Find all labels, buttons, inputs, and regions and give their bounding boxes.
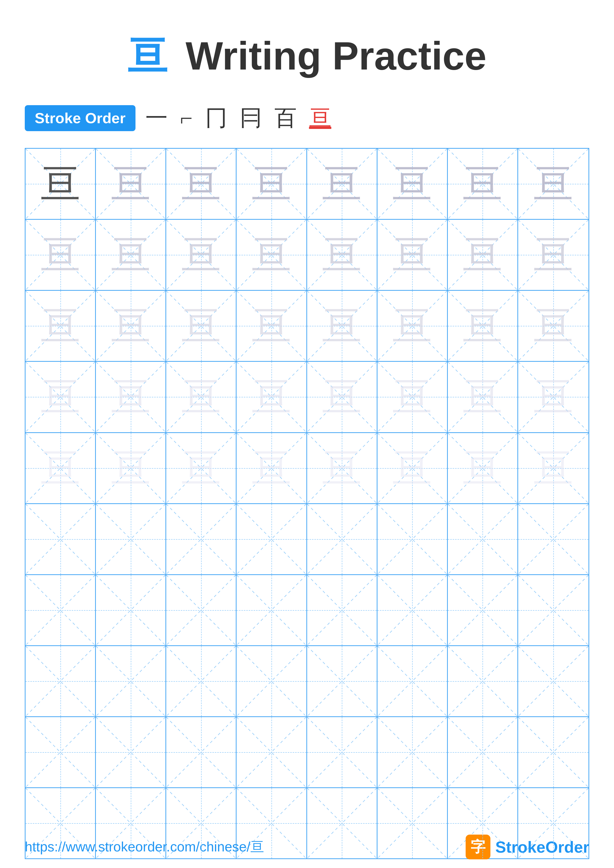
- grid-cell[interactable]: 亘: [307, 362, 378, 432]
- grid-cell[interactable]: [307, 504, 378, 574]
- grid-cell[interactable]: [96, 575, 166, 645]
- grid-cell[interactable]: 亘: [518, 220, 589, 290]
- grid-cell[interactable]: [166, 575, 236, 645]
- grid-cell[interactable]: 亘: [448, 362, 518, 432]
- svg-line-120: [307, 646, 377, 716]
- grid-cell[interactable]: 亘: [307, 220, 378, 290]
- practice-char: 亘: [322, 377, 362, 417]
- svg-line-89: [307, 504, 377, 574]
- grid-cell[interactable]: 亘: [518, 433, 589, 503]
- svg-line-93: [448, 504, 518, 574]
- grid-cell[interactable]: [96, 717, 166, 787]
- brand-char: 字: [471, 837, 485, 857]
- grid-cell[interactable]: 亘: [378, 220, 448, 290]
- grid-cell[interactable]: 亘: [166, 362, 236, 432]
- grid-cell[interactable]: 亘: [96, 362, 166, 432]
- practice-char: 亘: [533, 164, 573, 204]
- grid-cell[interactable]: 亘: [448, 433, 518, 503]
- grid-cell[interactable]: [378, 717, 448, 787]
- grid-cell[interactable]: 亘: [307, 149, 378, 219]
- grid-cell[interactable]: [518, 575, 589, 645]
- grid-cell[interactable]: 亘: [166, 433, 236, 503]
- grid-cell[interactable]: [448, 717, 518, 787]
- grid-cell[interactable]: 亘: [307, 433, 378, 503]
- grid-cell[interactable]: [166, 646, 236, 716]
- grid-cell[interactable]: [307, 646, 378, 716]
- grid-cell[interactable]: 亘: [96, 220, 166, 290]
- practice-char: 亘: [533, 377, 573, 417]
- grid-cell[interactable]: [378, 504, 448, 574]
- grid-cell[interactable]: 亘: [518, 291, 589, 361]
- grid-row-1: 亘 亘 亘 亘 亘 亘 亘: [25, 149, 589, 220]
- practice-char: 亘: [463, 164, 502, 204]
- grid-cell[interactable]: 亘: [236, 433, 307, 503]
- grid-cell[interactable]: 亘: [448, 291, 518, 361]
- practice-char: 亘: [252, 235, 291, 274]
- grid-cell[interactable]: 亘: [236, 291, 307, 361]
- grid-cell[interactable]: [166, 717, 236, 787]
- page: 亘 Writing Practice Stroke Order 一 ⌐ 冂 冃 …: [0, 0, 614, 868]
- brand-name-blue: Stroke: [495, 838, 546, 856]
- grid-cell[interactable]: [236, 646, 307, 716]
- grid-cell[interactable]: [307, 717, 378, 787]
- grid-cell[interactable]: 亘: [25, 149, 96, 219]
- grid-cell[interactable]: 亘: [236, 362, 307, 432]
- svg-line-112: [25, 646, 95, 716]
- grid-cell[interactable]: [518, 646, 589, 716]
- svg-line-111: [518, 575, 589, 645]
- grid-cell[interactable]: [236, 504, 307, 574]
- grid-cell[interactable]: 亘: [166, 291, 236, 361]
- grid-cell[interactable]: 亘: [378, 149, 448, 219]
- svg-line-96: [25, 575, 95, 645]
- grid-cell[interactable]: [518, 504, 589, 574]
- grid-cell[interactable]: 亘: [378, 362, 448, 432]
- practice-char: 亘: [111, 164, 151, 204]
- grid-cell[interactable]: [378, 646, 448, 716]
- grid-cell[interactable]: [96, 646, 166, 716]
- svg-line-98: [96, 575, 165, 645]
- grid-cell[interactable]: [236, 575, 307, 645]
- svg-line-134: [236, 717, 306, 787]
- grid-cell[interactable]: 亘: [236, 149, 307, 219]
- grid-cell[interactable]: 亘: [166, 149, 236, 219]
- grid-cell[interactable]: 亘: [25, 433, 96, 503]
- grid-cell[interactable]: [25, 504, 96, 574]
- grid-cell[interactable]: 亘: [448, 220, 518, 290]
- grid-cell[interactable]: 亘: [378, 433, 448, 503]
- grid-cell[interactable]: [378, 575, 448, 645]
- svg-line-127: [518, 646, 589, 716]
- grid-cell[interactable]: 亘: [307, 291, 378, 361]
- grid-cell[interactable]: [25, 717, 96, 787]
- grid-cell[interactable]: 亘: [96, 149, 166, 219]
- grid-cell[interactable]: 亘: [236, 220, 307, 290]
- svg-line-117: [166, 646, 236, 716]
- grid-cell[interactable]: [25, 575, 96, 645]
- grid-cell[interactable]: [236, 717, 307, 787]
- grid-cell[interactable]: 亘: [378, 291, 448, 361]
- svg-line-85: [166, 504, 236, 574]
- grid-cell[interactable]: [96, 504, 166, 574]
- grid-cell[interactable]: [518, 717, 589, 787]
- grid-cell[interactable]: [448, 646, 518, 716]
- grid-cell[interactable]: [307, 575, 378, 645]
- grid-cell[interactable]: 亘: [25, 220, 96, 290]
- practice-char: 亘: [463, 377, 502, 417]
- grid-cell[interactable]: 亘: [166, 220, 236, 290]
- footer-brand: 字 StrokeOrder: [466, 835, 589, 859]
- grid-cell[interactable]: 亘: [518, 362, 589, 432]
- practice-grid[interactable]: 亘 亘 亘 亘 亘 亘 亘: [25, 148, 589, 859]
- grid-cell[interactable]: [448, 575, 518, 645]
- grid-cell[interactable]: 亘: [518, 149, 589, 219]
- grid-cell[interactable]: [25, 646, 96, 716]
- grid-cell[interactable]: 亘: [96, 433, 166, 503]
- grid-cell[interactable]: 亘: [25, 362, 96, 432]
- svg-line-122: [378, 646, 447, 716]
- svg-line-94: [518, 504, 589, 574]
- grid-cell[interactable]: [166, 504, 236, 574]
- grid-cell[interactable]: 亘: [96, 291, 166, 361]
- stroke-1: 一: [145, 103, 168, 133]
- grid-cell[interactable]: 亘: [448, 149, 518, 219]
- grid-cell[interactable]: 亘: [25, 291, 96, 361]
- practice-char: 亘: [463, 235, 502, 274]
- grid-cell[interactable]: [448, 504, 518, 574]
